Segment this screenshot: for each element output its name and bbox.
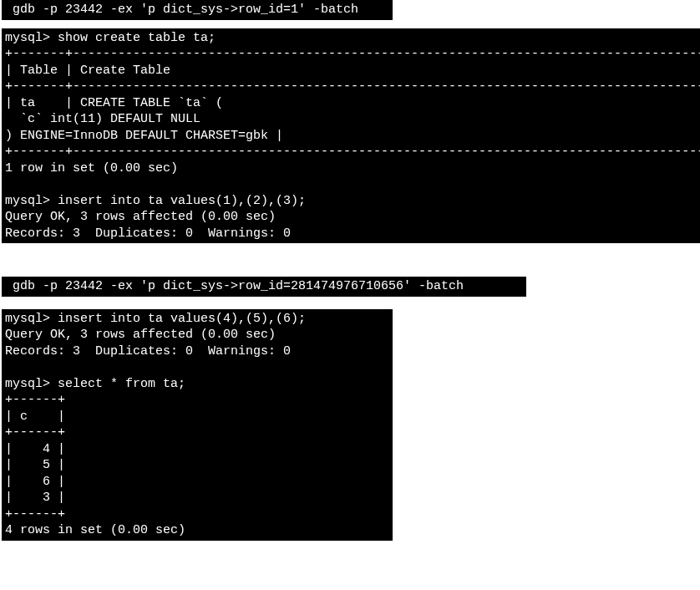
mysql-line: | ta | CREATE TABLE `ta` (	[5, 96, 223, 110]
mysql-line: | Table | Create Table	[5, 64, 170, 78]
mysql-line: | 4 |	[5, 442, 65, 456]
gdb-command-1: gdb -p 23442 -ex 'p dict_sys->row_id=1' …	[2, 0, 393, 20]
mysql-line: +-------+-------------------------------…	[5, 47, 700, 61]
mysql-line: 4 rows in set (0.00 sec)	[5, 523, 185, 537]
mysql-line: | c |	[5, 409, 65, 424]
mysql-line: `c` int(11) DEFAULT NULL	[5, 112, 200, 126]
mysql-line: | 5 |	[5, 458, 65, 472]
mysql-line: 1 row in set (0.00 sec)	[5, 161, 178, 175]
gdb-cmd-text-1: gdb -p 23442 -ex 'p dict_sys->row_id=1' …	[5, 3, 358, 17]
mysql-line: mysql> insert into ta values(1),(2),(3);	[5, 194, 306, 208]
mysql-line: mysql> show create table ta;	[5, 31, 216, 45]
mysql-line: +-------+-------------------------------…	[5, 79, 700, 94]
gdb-command-2: gdb -p 23442 -ex 'p dict_sys->row_id=281…	[2, 277, 526, 297]
mysql-line: | 6 |	[5, 475, 65, 489]
mysql-line: Query OK, 3 rows affected (0.00 sec)	[5, 210, 276, 224]
mysql-session-2: mysql> insert into ta values(4),(5),(6);…	[2, 309, 393, 541]
mysql-line: mysql> select * from ta;	[5, 377, 185, 391]
gdb-cmd-text-2: gdb -p 23442 -ex 'p dict_sys->row_id=281…	[5, 279, 464, 293]
mysql-line: Records: 3 Duplicates: 0 Warnings: 0	[5, 226, 291, 241]
mysql-line: Query OK, 3 rows affected (0.00 sec)	[5, 328, 276, 342]
mysql-line: Records: 3 Duplicates: 0 Warnings: 0	[5, 344, 291, 359]
mysql-line: +------+	[5, 507, 65, 521]
mysql-line: +-------+-------------------------------…	[5, 145, 700, 159]
mysql-session-1: mysql> show create table ta; +-------+--…	[2, 28, 700, 244]
mysql-line: ) ENGINE=InnoDB DEFAULT CHARSET=gbk |	[5, 129, 283, 143]
mysql-line: | 3 |	[5, 491, 65, 505]
mysql-line: +------+	[5, 393, 65, 407]
mysql-line: mysql> insert into ta values(4),(5),(6);	[5, 312, 306, 326]
mysql-line: +------+	[5, 425, 65, 440]
